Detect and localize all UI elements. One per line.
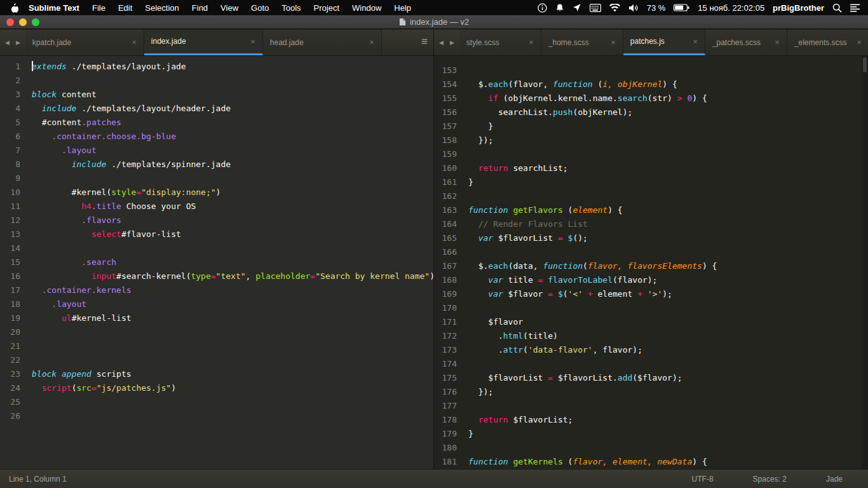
- tab-nav-forward-icon[interactable]: ▶: [447, 39, 458, 46]
- tab-close-icon[interactable]: ×: [857, 37, 862, 47]
- tab--patches-scss[interactable]: _patches.scss×: [705, 29, 787, 55]
- code-token: .: [468, 345, 503, 355]
- line-number: 176: [434, 385, 457, 399]
- tab-close-icon[interactable]: ×: [529, 37, 534, 47]
- close-window-button[interactable]: [6, 18, 14, 26]
- tab-index-jade[interactable]: index.jade×: [144, 29, 263, 55]
- menu-item-sublime-text[interactable]: Sublime Text: [22, 3, 86, 13]
- code-token: add: [618, 373, 632, 383]
- code-line: [468, 357, 868, 371]
- menu-item-help[interactable]: Help: [388, 3, 417, 13]
- code-token: [583, 289, 588, 299]
- notification-center-icon[interactable]: [850, 4, 860, 12]
- tab-patches-js[interactable]: patches.js×: [623, 29, 705, 55]
- scrollbar-thumb[interactable]: [863, 57, 867, 72]
- line-number: 13: [0, 227, 20, 241]
- menu-item-view[interactable]: View: [214, 3, 245, 13]
- zoom-window-button[interactable]: [32, 18, 39, 26]
- code-token: searchList;: [508, 163, 568, 173]
- code-token: (objKernel.kernel.name.: [498, 93, 618, 103]
- tab-close-icon[interactable]: ×: [250, 37, 255, 46]
- line-number: 8: [0, 158, 20, 172]
- code-token: ();: [573, 233, 587, 243]
- code-line: return searchList;: [468, 161, 868, 175]
- code-token: element: [573, 205, 607, 215]
- menu-item-selection[interactable]: Selection: [139, 3, 185, 13]
- tab-style-scss[interactable]: style.scss×: [459, 29, 541, 55]
- line-number: 1: [0, 60, 20, 74]
- tab-close-icon[interactable]: ×: [693, 37, 698, 46]
- info-icon[interactable]: [538, 3, 547, 13]
- encoding-indicator[interactable]: UTF-8: [692, 475, 714, 484]
- code-token: Choose your OS: [121, 201, 196, 211]
- menu-item-tools[interactable]: Tools: [275, 3, 307, 13]
- tab-kpatch-jade[interactable]: kpatch.jade×: [25, 29, 144, 55]
- code-line: [468, 189, 868, 203]
- scrollbar[interactable]: [862, 56, 868, 469]
- line-number: 174: [434, 357, 457, 371]
- code-token: #content: [32, 118, 81, 127]
- tab--home-scss[interactable]: _home.scss×: [541, 29, 623, 55]
- code-token: [32, 215, 81, 225]
- syntax-indicator[interactable]: Jade: [826, 475, 843, 484]
- code-token: [32, 285, 42, 295]
- tab-close-icon[interactable]: ×: [132, 37, 137, 47]
- tab-label: _home.scss: [548, 38, 607, 47]
- menu-clock[interactable]: 15 нояб. 22:02:05: [698, 3, 764, 13]
- menu-user[interactable]: prBigBrother: [773, 3, 824, 13]
- code-token: +: [588, 289, 593, 299]
- bell-icon[interactable]: [555, 3, 564, 13]
- code-area-right[interactable]: 1531541551561571581591601611621631641651…: [434, 56, 868, 469]
- line-number: 158: [434, 133, 457, 147]
- code-line: [468, 399, 868, 413]
- tab-label: _elements.scss: [794, 38, 853, 47]
- code-token: '<': [568, 289, 583, 299]
- tab-nav-back-icon[interactable]: ◀: [436, 39, 447, 46]
- indentation-indicator[interactable]: Spaces: 2: [753, 475, 787, 484]
- spotlight-search-icon[interactable]: [832, 3, 842, 13]
- code-token: }: [468, 177, 473, 187]
- tab-overflow-menu-icon[interactable]: ≡: [421, 29, 428, 54]
- volume-icon[interactable]: [628, 4, 639, 12]
- code-line: return $flavorList;: [468, 413, 868, 427]
- menu-item-file[interactable]: File: [86, 3, 112, 13]
- tab-nav-back-icon[interactable]: ◀: [2, 39, 13, 46]
- wifi-icon[interactable]: [609, 4, 620, 12]
- menu-item-goto[interactable]: Goto: [245, 3, 275, 13]
- code-token: =: [548, 373, 553, 383]
- tab-close-icon[interactable]: ×: [775, 37, 780, 47]
- code-token: 'data-flavor': [528, 345, 593, 355]
- code-token: .patches: [81, 118, 121, 127]
- location-arrow-icon[interactable]: [573, 3, 581, 12]
- tab-head-jade[interactable]: head.jade×: [263, 29, 382, 55]
- code-token: '>': [648, 289, 662, 299]
- battery-icon[interactable]: [674, 4, 689, 11]
- code-line: h4.title Choose your OS: [32, 200, 433, 214]
- menu-item-project[interactable]: Project: [308, 3, 346, 13]
- tab-strip: style.scss×_home.scss×patches.js×_patche…: [459, 29, 868, 55]
- keyboard-icon[interactable]: [590, 4, 601, 12]
- code-line: });: [468, 385, 868, 399]
- line-number: 23: [0, 367, 20, 381]
- tab--elements-scss[interactable]: _elements.scss×: [787, 29, 868, 55]
- code-line: var $flavor = $('<' + element + '>');: [468, 287, 868, 301]
- menu-item-window[interactable]: Window: [346, 3, 388, 13]
- code-token: "Search by kernel name": [315, 271, 430, 281]
- tab-close-icon[interactable]: ×: [369, 37, 374, 47]
- code-line: #kernel(style="display:none;"): [32, 186, 433, 200]
- code-line: $flavorList = $flavorList.add($flavor);: [468, 371, 868, 385]
- menu-item-find[interactable]: Find: [186, 3, 214, 13]
- code-token: var: [488, 275, 503, 285]
- code-area-left[interactable]: 1234567891011121314151617181920212223242…: [0, 56, 433, 469]
- apple-menu-icon[interactable]: [10, 3, 18, 13]
- code-token: #kernel(: [32, 187, 111, 197]
- line-number: 15: [0, 255, 20, 269]
- code-token: (: [563, 289, 568, 299]
- minimize-window-button[interactable]: [19, 18, 27, 26]
- code-token: =: [92, 383, 97, 393]
- line-number: 155: [434, 92, 457, 105]
- tab-nav-forward-icon[interactable]: ▶: [13, 39, 24, 46]
- menu-item-edit[interactable]: Edit: [112, 3, 139, 13]
- code-line: }: [468, 119, 868, 133]
- tab-close-icon[interactable]: ×: [611, 37, 616, 47]
